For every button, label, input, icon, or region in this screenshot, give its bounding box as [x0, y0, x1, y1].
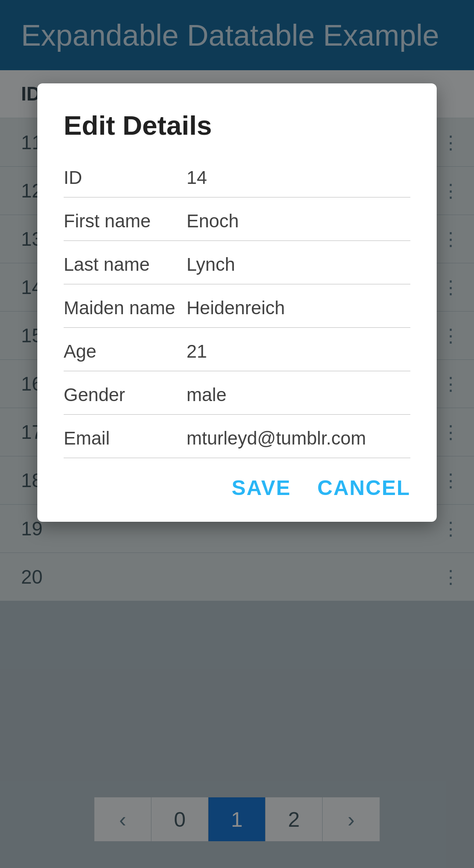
field-value-id[interactable]: 14	[187, 163, 410, 188]
field-value-firstname[interactable]: Enoch	[187, 206, 410, 232]
field-label-gender: Gender	[64, 380, 187, 405]
dialog-actions: SAVE CANCEL	[64, 476, 410, 500]
field-row-firstname: First name Enoch	[64, 206, 410, 241]
cancel-button[interactable]: CANCEL	[317, 476, 410, 500]
save-button[interactable]: SAVE	[232, 476, 291, 500]
field-label-email: Email	[64, 423, 187, 449]
field-row-id: ID 14	[64, 163, 410, 197]
field-label-age: Age	[64, 337, 187, 362]
field-label-maidenname: Maiden name	[64, 293, 187, 319]
field-row-age: Age 21	[64, 337, 410, 371]
field-row-email: Email mturleyd@tumblr.com	[64, 423, 410, 458]
edit-dialog: Edit Details ID 14 First name Enoch Last…	[37, 83, 437, 522]
field-value-maidenname[interactable]: Heidenreich	[187, 293, 410, 319]
field-label-id: ID	[64, 163, 187, 188]
field-row-gender: Gender male	[64, 380, 410, 415]
field-value-gender[interactable]: male	[187, 380, 410, 405]
field-label-lastname: Last name	[64, 250, 187, 275]
field-row-maidenname: Maiden name Heidenreich	[64, 293, 410, 328]
field-row-lastname: Last name Lynch	[64, 250, 410, 284]
dialog-title: Edit Details	[64, 110, 410, 141]
field-label-firstname: First name	[64, 206, 187, 232]
field-value-email[interactable]: mturleyd@tumblr.com	[187, 423, 410, 449]
field-value-lastname[interactable]: Lynch	[187, 250, 410, 275]
field-value-age[interactable]: 21	[187, 337, 410, 362]
